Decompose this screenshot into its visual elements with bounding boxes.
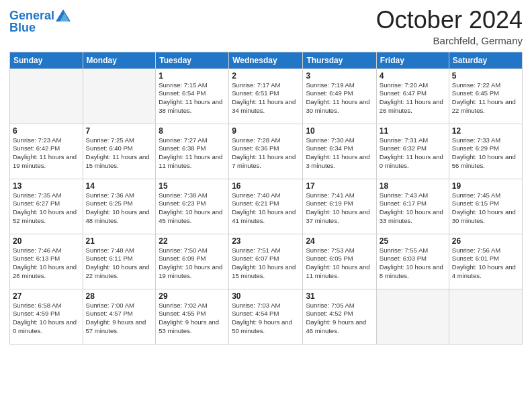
day-number: 29 (159, 291, 226, 301)
page: General Blue October 2024 Barchfeld, Ger… (0, 0, 532, 411)
day-number: 21 (86, 236, 153, 246)
day-number: 5 (452, 71, 519, 81)
day-info: Sunrise: 7:53 AMSunset: 6:05 PMDaylight:… (306, 246, 373, 281)
day-cell: 6Sunrise: 7:23 AMSunset: 6:42 PMDaylight… (10, 124, 83, 179)
day-info: Sunrise: 7:27 AMSunset: 6:38 PMDaylight:… (159, 136, 226, 171)
day-info: Sunrise: 7:03 AMSunset: 4:54 PMDaylight:… (232, 302, 300, 336)
day-cell: 11Sunrise: 7:31 AMSunset: 6:32 PMDayligh… (376, 124, 449, 179)
day-number: 8 (159, 126, 226, 136)
day-cell: 7Sunrise: 7:25 AMSunset: 6:40 PMDaylight… (83, 124, 156, 179)
day-cell: 15Sunrise: 7:38 AMSunset: 6:23 PMDayligh… (156, 179, 229, 234)
header: General Blue October 2024 Barchfeld, Ger… (9, 7, 523, 46)
weekday-header-row: Sunday Monday Tuesday Wednesday Thursday… (10, 52, 523, 68)
day-cell: 12Sunrise: 7:33 AMSunset: 6:29 PMDayligh… (449, 124, 522, 179)
day-cell: 5Sunrise: 7:22 AMSunset: 6:45 PMDaylight… (449, 68, 522, 124)
day-info: Sunrise: 7:22 AMSunset: 6:45 PMDaylight:… (452, 81, 519, 116)
day-info: Sunrise: 7:56 AMSunset: 6:01 PMDaylight:… (452, 246, 519, 281)
day-cell: 27Sunrise: 6:58 AMSunset: 4:59 PMDayligh… (10, 289, 83, 344)
day-info: Sunrise: 7:31 AMSunset: 6:32 PMDaylight:… (380, 136, 446, 171)
day-info: Sunrise: 7:38 AMSunset: 6:23 PMDaylight:… (159, 191, 226, 226)
day-cell: 26Sunrise: 7:56 AMSunset: 6:01 PMDayligh… (449, 234, 522, 289)
day-number: 23 (232, 236, 300, 246)
day-number: 27 (13, 291, 80, 301)
day-info: Sunrise: 7:45 AMSunset: 6:15 PMDaylight:… (452, 191, 519, 226)
day-number: 22 (159, 236, 226, 246)
day-number: 26 (452, 236, 519, 246)
header-saturday: Saturday (449, 52, 522, 68)
day-cell: 4Sunrise: 7:20 AMSunset: 6:47 PMDaylight… (376, 68, 449, 124)
day-info: Sunrise: 7:41 AMSunset: 6:19 PMDaylight:… (306, 191, 373, 226)
day-number: 30 (232, 291, 300, 301)
day-number: 1 (159, 71, 226, 81)
day-cell: 17Sunrise: 7:41 AMSunset: 6:19 PMDayligh… (303, 179, 376, 234)
day-info: Sunrise: 7:51 AMSunset: 6:07 PMDaylight:… (232, 246, 300, 281)
day-number: 4 (380, 71, 446, 81)
day-cell: 13Sunrise: 7:35 AMSunset: 6:27 PMDayligh… (10, 179, 83, 234)
day-cell: 3Sunrise: 7:19 AMSunset: 6:49 PMDaylight… (303, 68, 376, 124)
header-thursday: Thursday (303, 52, 376, 68)
day-info: Sunrise: 7:35 AMSunset: 6:27 PMDaylight:… (13, 191, 80, 226)
day-cell: 22Sunrise: 7:50 AMSunset: 6:09 PMDayligh… (156, 234, 229, 289)
day-cell: 14Sunrise: 7:36 AMSunset: 6:25 PMDayligh… (83, 179, 156, 234)
day-cell: 19Sunrise: 7:45 AMSunset: 6:15 PMDayligh… (449, 179, 522, 234)
day-number: 16 (232, 181, 300, 191)
day-cell (449, 289, 522, 344)
day-info: Sunrise: 7:50 AMSunset: 6:09 PMDaylight:… (159, 246, 226, 281)
day-cell: 23Sunrise: 7:51 AMSunset: 6:07 PMDayligh… (229, 234, 303, 289)
day-info: Sunrise: 6:58 AMSunset: 4:59 PMDaylight:… (13, 302, 80, 336)
day-info: Sunrise: 7:48 AMSunset: 6:11 PMDaylight:… (86, 246, 153, 281)
day-cell (376, 289, 449, 344)
day-info: Sunrise: 7:25 AMSunset: 6:40 PMDaylight:… (86, 136, 153, 171)
day-info: Sunrise: 7:20 AMSunset: 6:47 PMDaylight:… (380, 81, 446, 116)
logo-icon (56, 9, 71, 21)
day-cell: 31Sunrise: 7:05 AMSunset: 4:52 PMDayligh… (303, 289, 376, 344)
header-sunday: Sunday (10, 52, 83, 68)
day-number: 15 (159, 181, 226, 191)
header-friday: Friday (376, 52, 449, 68)
day-number: 7 (86, 126, 153, 136)
week-row-4: 20Sunrise: 7:46 AMSunset: 6:13 PMDayligh… (10, 234, 523, 289)
location: Barchfeld, Germany (376, 35, 523, 46)
day-cell: 18Sunrise: 7:43 AMSunset: 6:17 PMDayligh… (376, 179, 449, 234)
day-info: Sunrise: 7:17 AMSunset: 6:51 PMDaylight:… (232, 81, 300, 116)
day-info: Sunrise: 7:05 AMSunset: 4:52 PMDaylight:… (306, 302, 373, 336)
day-cell: 30Sunrise: 7:03 AMSunset: 4:54 PMDayligh… (229, 289, 303, 344)
day-number: 19 (452, 181, 519, 191)
day-cell: 29Sunrise: 7:02 AMSunset: 4:55 PMDayligh… (156, 289, 229, 344)
day-number: 6 (13, 126, 80, 136)
logo-text-2: Blue (9, 21, 71, 35)
day-info: Sunrise: 7:15 AMSunset: 6:54 PMDaylight:… (159, 81, 226, 116)
day-number: 25 (380, 236, 446, 246)
day-cell: 10Sunrise: 7:30 AMSunset: 6:34 PMDayligh… (303, 124, 376, 179)
day-number: 13 (13, 181, 80, 191)
day-number: 11 (380, 126, 446, 136)
day-info: Sunrise: 7:55 AMSunset: 6:03 PMDaylight:… (380, 246, 446, 281)
day-info: Sunrise: 7:30 AMSunset: 6:34 PMDaylight:… (306, 136, 373, 171)
day-number: 17 (306, 181, 373, 191)
day-cell (83, 68, 156, 124)
title-block: October 2024 Barchfeld, Germany (376, 7, 523, 46)
day-number: 10 (306, 126, 373, 136)
day-info: Sunrise: 7:43 AMSunset: 6:17 PMDaylight:… (380, 191, 446, 226)
day-info: Sunrise: 7:19 AMSunset: 6:49 PMDaylight:… (306, 81, 373, 116)
week-row-3: 13Sunrise: 7:35 AMSunset: 6:27 PMDayligh… (10, 179, 523, 234)
day-cell (10, 68, 83, 124)
day-number: 3 (306, 71, 373, 81)
day-info: Sunrise: 7:02 AMSunset: 4:55 PMDaylight:… (159, 302, 226, 336)
day-number: 12 (452, 126, 519, 136)
day-info: Sunrise: 7:33 AMSunset: 6:29 PMDaylight:… (452, 136, 519, 171)
day-number: 24 (306, 236, 373, 246)
day-cell: 20Sunrise: 7:46 AMSunset: 6:13 PMDayligh… (10, 234, 83, 289)
day-number: 28 (86, 291, 153, 301)
header-monday: Monday (83, 52, 156, 68)
header-wednesday: Wednesday (229, 52, 303, 68)
day-cell: 28Sunrise: 7:00 AMSunset: 4:57 PMDayligh… (83, 289, 156, 344)
week-row-2: 6Sunrise: 7:23 AMSunset: 6:42 PMDaylight… (10, 124, 523, 179)
day-cell: 16Sunrise: 7:40 AMSunset: 6:21 PMDayligh… (229, 179, 303, 234)
header-tuesday: Tuesday (156, 52, 229, 68)
logo: General Blue (9, 9, 71, 35)
week-row-1: 1Sunrise: 7:15 AMSunset: 6:54 PMDaylight… (10, 68, 523, 124)
day-cell: 1Sunrise: 7:15 AMSunset: 6:54 PMDaylight… (156, 68, 229, 124)
month-title: October 2024 (376, 7, 523, 34)
day-number: 9 (232, 126, 300, 136)
